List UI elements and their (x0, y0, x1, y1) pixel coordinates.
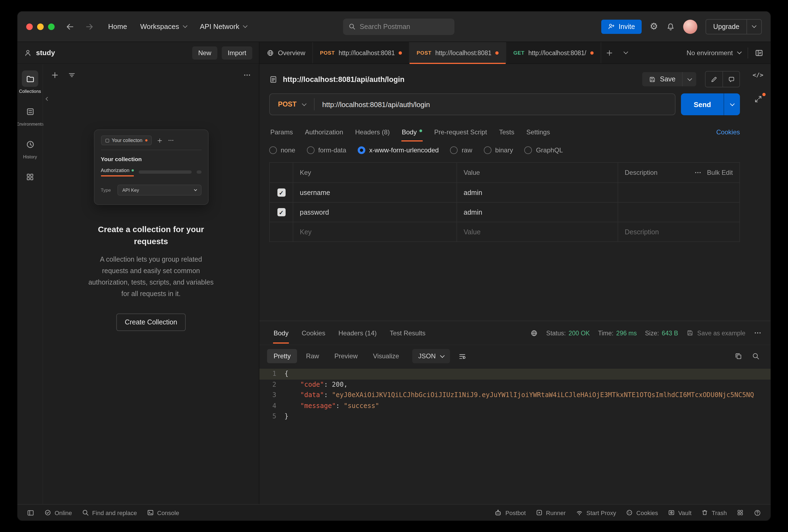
value-cell[interactable]: admin (456, 203, 618, 222)
value-placeholder[interactable]: Value (456, 222, 618, 241)
start-proxy-button[interactable]: Start Proxy (571, 509, 621, 516)
add-collection-icon[interactable] (51, 71, 59, 79)
save-options-chevron-icon[interactable] (682, 72, 696, 86)
tab-body[interactable]: Body (396, 123, 428, 141)
view-pretty[interactable]: Pretty (267, 349, 297, 363)
tab-headers[interactable]: Headers (8) (350, 123, 395, 141)
zoom-window-button[interactable] (48, 23, 55, 30)
sidebar-item-more[interactable] (18, 169, 43, 185)
new-button[interactable]: New (192, 46, 217, 59)
find-and-replace-button[interactable]: Find and replace (77, 505, 142, 520)
mode-raw[interactable]: raw (450, 146, 472, 154)
global-search[interactable] (343, 18, 454, 35)
upgrade-label[interactable]: Upgrade (706, 19, 747, 34)
nav-api-network[interactable]: API Network (200, 22, 247, 31)
mode-none[interactable]: none (269, 146, 295, 154)
invite-button[interactable]: Invite (601, 19, 642, 34)
save-main[interactable]: Save (642, 72, 682, 86)
save-as-example-button[interactable]: Save as example (686, 329, 745, 336)
tab-pre-request-script[interactable]: Pre-request Script (429, 123, 492, 141)
request-tab-3[interactable]: GET http://localhost:8081/ (506, 42, 601, 63)
avatar[interactable] (683, 19, 697, 34)
bulk-edit-button[interactable]: Bulk Edit (707, 169, 733, 176)
new-tab-icon[interactable] (601, 42, 617, 63)
mode-x-www-form-urlencoded[interactable]: x-www-form-urlencoded (358, 146, 439, 154)
url-input[interactable] (315, 100, 675, 109)
tab-authorization[interactable]: Authorization (299, 123, 349, 141)
collapse-sidebar-icon[interactable] (44, 96, 50, 102)
response-tab-body[interactable]: Body (268, 322, 294, 343)
environment-selector[interactable]: No environment (687, 49, 741, 57)
method-selector[interactable]: POST (270, 100, 314, 108)
request-tab-2-active[interactable]: POST http://localhost:8081 (410, 42, 506, 63)
more-options-icon[interactable] (243, 71, 251, 79)
expand-panel-icon[interactable] (754, 95, 762, 103)
key-cell[interactable]: password (293, 203, 456, 222)
send-button[interactable]: Send (681, 93, 740, 115)
mode-form-data[interactable]: form-data (307, 146, 346, 154)
mode-binary[interactable]: binary (484, 146, 513, 154)
key-placeholder[interactable]: Key (293, 222, 456, 241)
sidebar-item-history[interactable]: History (18, 136, 43, 159)
description-cell[interactable] (618, 183, 740, 202)
upgrade-chevron-icon[interactable] (747, 19, 761, 34)
response-tab-headers[interactable]: Headers (14) (333, 322, 382, 343)
table-more-icon[interactable] (694, 169, 702, 176)
console-button[interactable]: Console (142, 505, 184, 520)
response-tab-test-results[interactable]: Test Results (385, 322, 431, 343)
vault-button[interactable]: Vault (663, 509, 696, 516)
format-selector[interactable]: JSON (412, 349, 450, 363)
response-body-editor[interactable]: 1{ 2 "code": 200, 3 "data": "eyJ0eXAiOiJ… (259, 367, 770, 504)
cookies-link[interactable]: Cookies (716, 129, 740, 136)
edit-pencil-icon[interactable] (706, 72, 723, 87)
upgrade-button[interactable]: Upgrade (706, 19, 762, 34)
checkbox-checked-icon[interactable] (277, 189, 285, 197)
view-visualize[interactable]: Visualize (367, 349, 406, 363)
trash-button[interactable]: Trash (696, 509, 732, 516)
mode-graphql[interactable]: GraphQL (525, 146, 563, 154)
nav-workspaces[interactable]: Workspaces (140, 22, 187, 31)
minimize-window-button[interactable] (37, 23, 44, 30)
notifications-bell-icon[interactable] (666, 22, 675, 31)
save-button[interactable]: Save (642, 72, 696, 86)
import-button[interactable]: Import (222, 46, 252, 59)
view-preview[interactable]: Preview (328, 349, 364, 363)
filter-icon[interactable] (68, 71, 76, 79)
environment-quick-look-icon[interactable] (755, 48, 764, 57)
description-placeholder[interactable]: Description (618, 222, 740, 241)
postbot-button[interactable]: Postbot (490, 509, 531, 516)
tab-settings[interactable]: Settings (521, 123, 556, 141)
response-more-icon[interactable] (754, 329, 762, 337)
cookies-button[interactable]: Cookies (621, 509, 663, 516)
code-snippet-icon[interactable]: </> (752, 72, 764, 79)
view-raw[interactable]: Raw (299, 349, 326, 363)
sidebar-item-environments[interactable]: Environments (18, 103, 43, 127)
runner-button[interactable]: Runner (531, 509, 571, 516)
tab-overview[interactable]: Overview (259, 42, 313, 63)
comments-icon[interactable] (723, 72, 740, 87)
back-icon[interactable] (65, 22, 74, 31)
request-tab-1[interactable]: POST http://localhost:8081 (313, 42, 410, 63)
close-window-button[interactable] (26, 23, 33, 30)
create-collection-button[interactable]: Create Collection (116, 313, 186, 331)
help-icon[interactable] (749, 509, 766, 516)
tab-params[interactable]: Params (265, 123, 298, 141)
network-globe-icon[interactable] (531, 329, 538, 337)
search-response-icon[interactable] (752, 352, 760, 360)
online-status[interactable]: Online (39, 505, 77, 520)
workspace-name[interactable]: study (36, 48, 55, 57)
send-label[interactable]: Send (681, 93, 724, 115)
send-options-chevron-icon[interactable] (724, 93, 740, 115)
panel-layout-icon[interactable] (732, 509, 749, 516)
copy-icon[interactable] (734, 352, 742, 360)
settings-gear-icon[interactable]: ⚙ (650, 22, 658, 31)
checkbox-checked-icon[interactable] (277, 208, 285, 216)
search-input[interactable] (360, 23, 449, 30)
response-tab-cookies[interactable]: Cookies (296, 322, 331, 343)
wrap-text-icon[interactable] (454, 349, 471, 364)
forward-icon[interactable] (85, 22, 94, 31)
value-cell[interactable]: admin (456, 183, 618, 202)
key-cell[interactable]: username (293, 183, 456, 202)
toggle-sidebar-icon[interactable] (22, 505, 39, 520)
sidebar-item-collections[interactable]: Collections (18, 71, 43, 94)
